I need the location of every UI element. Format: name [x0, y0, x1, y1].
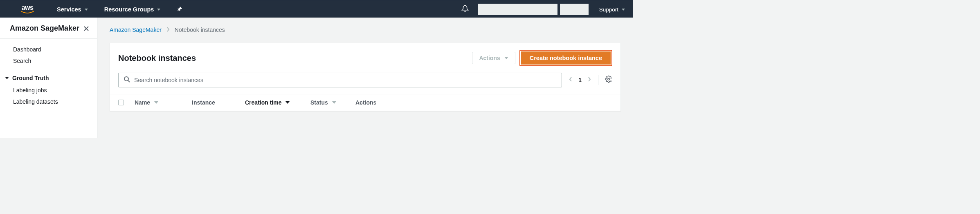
sidebar-group-label: Ground Truth — [12, 75, 49, 81]
table-header-row: Name Instance Creation time Status Actio… — [110, 94, 620, 111]
nav-resource-groups-label: Resource Groups — [104, 6, 154, 13]
sidebar-group-ground-truth[interactable]: Ground Truth — [0, 71, 97, 85]
search-input[interactable] — [134, 77, 557, 83]
column-label: Status — [310, 99, 328, 106]
column-label: Name — [135, 99, 150, 106]
search-box[interactable] — [118, 73, 562, 87]
page-number: 1 — [578, 77, 582, 83]
nav-services[interactable]: Services — [57, 6, 88, 13]
sort-icon — [154, 101, 158, 104]
svg-point-2 — [608, 78, 610, 80]
svg-line-1 — [128, 80, 130, 82]
breadcrumb-root[interactable]: Amazon SageMaker — [110, 27, 162, 33]
column-label: Instance — [192, 99, 215, 106]
highlight-annotation: Create notebook instance — [519, 50, 612, 66]
sidebar-item-search[interactable]: Search — [0, 55, 97, 67]
sort-icon — [332, 101, 336, 104]
nav-region-box[interactable] — [560, 4, 589, 15]
aws-logo-text: aws — [22, 4, 34, 11]
aws-logo[interactable]: aws — [20, 4, 34, 15]
search-icon — [124, 76, 130, 84]
pin-icon[interactable] — [177, 6, 182, 13]
sidebar: Amazon SageMaker Dashboard Search Ground… — [0, 18, 97, 138]
chevron-down-icon — [5, 77, 9, 79]
column-header-status[interactable]: Status — [310, 99, 355, 106]
gear-icon[interactable] — [605, 76, 612, 85]
actions-button[interactable]: Actions — [472, 52, 515, 64]
divider — [598, 75, 598, 85]
column-header-creation-time[interactable]: Creation time — [245, 99, 310, 106]
chevron-down-icon — [504, 57, 508, 59]
sidebar-item-labeling-datasets[interactable]: Labeling datasets — [0, 96, 97, 107]
svg-point-0 — [124, 77, 128, 81]
nav-support[interactable]: Support — [599, 7, 625, 13]
sidebar-item-dashboard[interactable]: Dashboard — [0, 44, 97, 55]
prev-page-button[interactable] — [569, 76, 573, 84]
main-content: Amazon SageMaker Notebook instances Note… — [97, 18, 633, 138]
chevron-right-icon — [166, 27, 170, 33]
column-header-name[interactable]: Name — [135, 99, 192, 106]
aws-smile-icon — [20, 11, 34, 15]
pagination: 1 — [569, 76, 591, 84]
bell-icon[interactable] — [461, 5, 469, 14]
column-header-instance[interactable]: Instance — [192, 99, 245, 106]
column-header-actions: Actions — [355, 99, 612, 106]
notebook-instances-panel: Notebook instances Actions Create notebo… — [110, 43, 621, 111]
actions-button-label: Actions — [479, 55, 500, 61]
chevron-down-icon — [622, 9, 625, 11]
sort-icon — [285, 101, 290, 104]
close-icon[interactable] — [83, 25, 90, 32]
breadcrumb-current: Notebook instances — [175, 27, 225, 33]
select-all-checkbox[interactable] — [118, 100, 135, 105]
chevron-down-icon — [85, 9, 88, 11]
panel-title: Notebook instances — [118, 54, 468, 63]
chevron-down-icon — [157, 9, 160, 11]
nav-services-label: Services — [57, 6, 81, 13]
column-label: Actions — [355, 99, 376, 106]
next-page-button[interactable] — [587, 76, 591, 84]
column-label: Creation time — [245, 99, 281, 106]
create-notebook-instance-button[interactable]: Create notebook instance — [521, 51, 611, 65]
nav-support-label: Support — [599, 7, 618, 13]
sidebar-title: Amazon SageMaker — [10, 24, 79, 33]
top-nav: aws Services Resource Groups Support — [0, 1, 633, 18]
sidebar-item-labeling-jobs[interactable]: Labeling jobs — [0, 85, 97, 96]
breadcrumb: Amazon SageMaker Notebook instances — [110, 27, 621, 33]
nav-account-box[interactable] — [478, 4, 557, 15]
nav-resource-groups[interactable]: Resource Groups — [104, 6, 161, 13]
